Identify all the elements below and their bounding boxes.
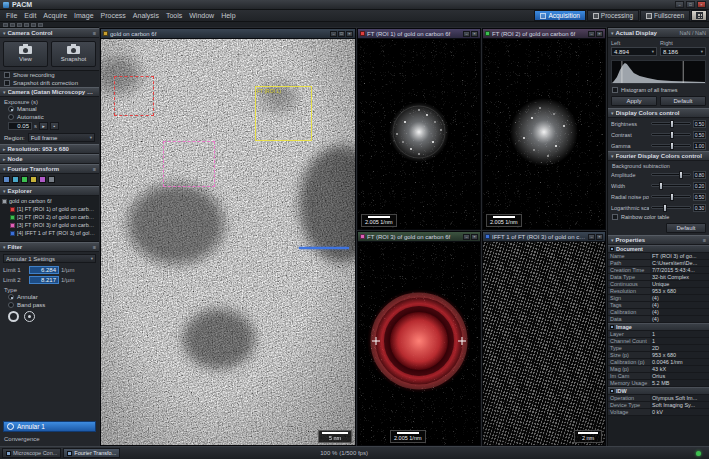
checkbox-icon[interactable] bbox=[612, 214, 618, 220]
roi-red[interactable] bbox=[114, 76, 154, 116]
save-icon[interactable] bbox=[17, 23, 22, 27]
roi-line-blue[interactable] bbox=[299, 247, 349, 249]
checkbox-icon[interactable] bbox=[4, 80, 10, 86]
menu-tools[interactable]: Tools bbox=[166, 12, 182, 19]
fourier-transform-header[interactable]: ▾ Fourier Transform ≡ bbox=[0, 164, 99, 174]
checkbox-icon[interactable] bbox=[612, 87, 618, 93]
window-title-bar[interactable]: IFFT 1 of FT (ROI 3) of gold on carbon 6… bbox=[483, 232, 605, 242]
section-document[interactable]: Document bbox=[608, 245, 709, 253]
roi-tool-icon[interactable] bbox=[12, 176, 19, 183]
fourier-colors-header[interactable]: ▾ Fourier Display Colors control bbox=[608, 151, 709, 161]
annular-shape-icon[interactable] bbox=[8, 311, 19, 322]
camera-section-header[interactable]: ▾ Camera (Gatan Microscopy STEM) bbox=[0, 87, 99, 97]
tree-item[interactable]: [3] FT (ROI 3) of gold on carbon 6f bbox=[0, 221, 99, 229]
display-colors-header[interactable]: ▾ Display Colors control bbox=[608, 108, 709, 118]
radial-noise-slider[interactable] bbox=[651, 195, 691, 198]
filter-header[interactable]: ▾ Filter ≡ bbox=[0, 242, 99, 252]
menu-window[interactable]: Window bbox=[189, 12, 214, 19]
menu-acquire[interactable]: Acquire bbox=[43, 12, 67, 19]
stop-icon[interactable]: ▪ bbox=[50, 122, 59, 130]
minimize-icon[interactable]: – bbox=[463, 31, 470, 37]
section-image[interactable]: Image bbox=[608, 323, 709, 331]
undo-icon[interactable] bbox=[24, 23, 29, 27]
maximize-icon[interactable]: □ bbox=[686, 1, 695, 8]
layout-button[interactable] bbox=[691, 10, 707, 21]
show-recording-checkbox[interactable]: Show recording bbox=[0, 71, 99, 79]
window-fft-roi2[interactable]: FT (ROI 2) of gold on carbon 6f –× bbox=[482, 28, 606, 230]
settings-icon[interactable] bbox=[38, 23, 43, 27]
window-gold-on-carbon[interactable]: gold on carbon 6f – □ × bbox=[100, 28, 356, 446]
close-icon[interactable]: × bbox=[697, 1, 706, 8]
apply-button[interactable]: Apply bbox=[611, 96, 657, 106]
properties-header[interactable]: ▾ Properties ≡ bbox=[608, 235, 709, 245]
histogram-all-frames-checkbox[interactable]: Histogram of all frames bbox=[608, 86, 709, 94]
open-icon[interactable] bbox=[10, 23, 15, 27]
radio-icon[interactable] bbox=[8, 106, 14, 112]
close-icon[interactable]: × bbox=[471, 234, 478, 240]
fft-view[interactable]: 2.005 1/nm bbox=[358, 39, 480, 229]
node-header[interactable]: ▸ Node bbox=[0, 154, 99, 164]
type-bandpass-radio[interactable]: Band pass bbox=[0, 301, 99, 309]
minimize-icon[interactable]: – bbox=[588, 31, 595, 37]
roi-yellow[interactable]: FT (ROI 1) bbox=[255, 86, 312, 141]
roi-pink[interactable] bbox=[163, 141, 215, 187]
limit1-input[interactable]: 6.284 bbox=[29, 266, 59, 274]
resolution-header[interactable]: ▸ Resolution: 953 x 680 bbox=[0, 144, 99, 154]
window-title-bar[interactable]: FT (ROI 3) of gold on carbon 6f –× bbox=[358, 232, 480, 242]
spot-tool-icon[interactable] bbox=[48, 176, 55, 183]
default-button[interactable]: Default bbox=[660, 96, 706, 106]
bullseye-shape-icon[interactable] bbox=[24, 311, 35, 322]
close-icon[interactable]: × bbox=[471, 31, 478, 37]
minimize-icon[interactable]: – bbox=[463, 234, 470, 240]
radio-icon[interactable] bbox=[8, 294, 14, 300]
log-scale-slider[interactable] bbox=[651, 206, 691, 209]
menu-image[interactable]: Image bbox=[74, 12, 93, 19]
window-ifft[interactable]: IFFT 1 of FT (ROI 3) of gold on carbon 6… bbox=[482, 231, 606, 446]
annular-apply-button[interactable]: Annular 1 bbox=[3, 421, 96, 432]
panel-menu-icon[interactable]: ≡ bbox=[93, 30, 96, 36]
gamma-slider[interactable] bbox=[651, 144, 691, 147]
contrast-slider[interactable] bbox=[651, 133, 691, 136]
panel-menu-icon[interactable]: ≡ bbox=[93, 166, 96, 172]
wedge-tool-icon[interactable] bbox=[39, 176, 46, 183]
filter-preset-select[interactable]: Annular 1 Settings ▾ bbox=[3, 254, 96, 263]
snapshot-button[interactable]: Snapshot bbox=[51, 41, 96, 67]
menu-process[interactable]: Process bbox=[101, 12, 126, 19]
log-scale-value[interactable]: 0.30 bbox=[693, 204, 706, 212]
drift-correction-checkbox[interactable]: Snapshot drift correction bbox=[0, 79, 99, 87]
view-button[interactable]: View bbox=[3, 41, 48, 67]
left-limit-input[interactable]: 4.894 ▾ bbox=[611, 47, 657, 56]
right-limit-input[interactable]: 8.186 ▾ bbox=[660, 47, 706, 56]
explorer-header[interactable]: ▾ Explorer bbox=[0, 186, 99, 196]
close-icon[interactable]: × bbox=[596, 234, 603, 240]
fft-view[interactable]: 2.005 1/nm bbox=[483, 39, 605, 229]
menu-analysis[interactable]: Analysis bbox=[133, 12, 159, 19]
close-icon[interactable]: × bbox=[346, 31, 353, 37]
minimize-icon[interactable]: – bbox=[330, 31, 337, 37]
brightness-slider[interactable] bbox=[651, 122, 691, 125]
tree-item[interactable]: [4] IFFT 1 of FT (ROI 3) of gold on carb… bbox=[0, 229, 99, 237]
annular-tool-icon[interactable] bbox=[30, 176, 37, 183]
tree-item[interactable]: [2] FT (ROI 2) of gold on carbon 6f bbox=[0, 213, 99, 221]
ft-tool-icon[interactable] bbox=[3, 176, 10, 183]
redo-icon[interactable] bbox=[31, 23, 36, 27]
actual-display-header[interactable]: ▾ Actual Display NaN / NaN bbox=[608, 28, 709, 38]
play-icon[interactable]: ▸ bbox=[39, 122, 48, 130]
fourier-default-button[interactable]: Default bbox=[666, 223, 706, 233]
histogram[interactable] bbox=[611, 60, 706, 84]
tree-item[interactable]: [1] FT (ROI 1) of gold on carbon 6f bbox=[0, 205, 99, 213]
region-select[interactable]: Full frame ▾ bbox=[28, 133, 95, 142]
tab-fourier-transform[interactable]: Fourier Transfo... bbox=[63, 448, 120, 458]
window-title-bar[interactable]: FT (ROI 1) of gold on carbon 6f –× bbox=[358, 29, 480, 39]
exposure-value-input[interactable]: 0.05 bbox=[8, 122, 32, 130]
tree-item[interactable]: gold on carbon 6f bbox=[0, 197, 99, 205]
width-value[interactable]: 0.20 bbox=[693, 182, 706, 190]
tab-processing[interactable]: Processing bbox=[587, 10, 639, 21]
radio-icon[interactable] bbox=[8, 114, 14, 120]
window-fft-roi1[interactable]: FT (ROI 1) of gold on carbon 6f –× bbox=[357, 28, 481, 230]
amplitude-slider[interactable] bbox=[651, 173, 691, 176]
checkbox-icon[interactable] bbox=[4, 72, 10, 78]
menu-edit[interactable]: Edit bbox=[24, 12, 36, 19]
menu-help[interactable]: Help bbox=[221, 12, 235, 19]
title-bar[interactable]: PACM – □ × bbox=[0, 0, 709, 10]
